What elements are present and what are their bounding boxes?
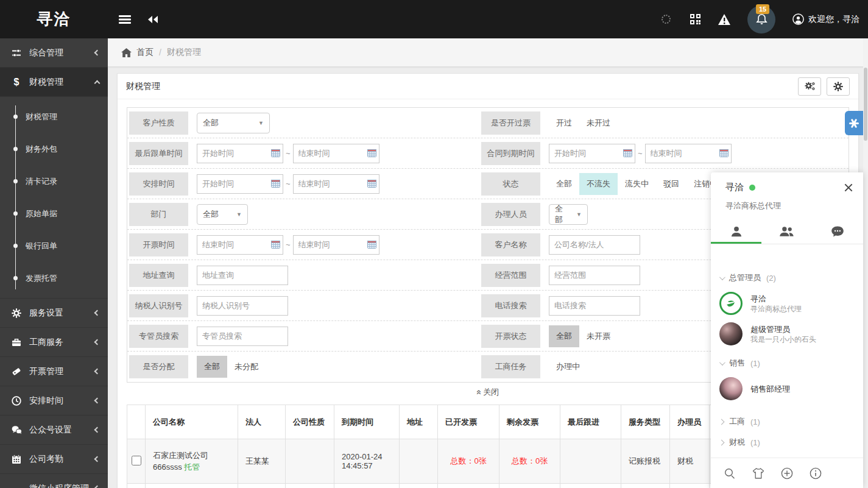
filter-label-customer-name: 客户名称 xyxy=(481,233,540,256)
cell-last-follow xyxy=(560,439,621,484)
warning-icon[interactable] xyxy=(718,13,730,26)
handler-select[interactable]: 全部▼ xyxy=(549,204,588,225)
row-checkbox[interactable] xyxy=(132,456,141,465)
col-last-follow: 最后跟进 xyxy=(560,405,621,439)
chat-subtitle: 寻洽商标总代理 xyxy=(711,194,863,219)
calendar-icon[interactable] xyxy=(271,149,280,160)
option-task-in-progress[interactable]: 办理中 xyxy=(549,356,587,378)
close-icon[interactable] xyxy=(844,183,853,193)
submenu-item-invoice-custody[interactable]: 发票托管 xyxy=(0,262,108,294)
sidebar-item-finance-tax[interactable]: $ 财税管理 xyxy=(0,68,108,97)
scrollbar-thumb[interactable] xyxy=(864,68,867,141)
people-icon xyxy=(779,225,795,238)
option-invoiced-yes[interactable]: 开过 xyxy=(549,112,579,134)
top-bar: 寻洽 15 欢迎您，寻洽 xyxy=(0,0,868,38)
chevron-left-icon xyxy=(94,310,101,316)
option-status-rejected[interactable]: 驳回 xyxy=(656,173,686,195)
contact-item[interactable]: 超级管理员 我是一只小小的石头 xyxy=(711,319,863,349)
filter-label-status: 状态 xyxy=(481,172,540,196)
cell-service-type: 记账报税 xyxy=(621,439,670,484)
chevron-left-icon xyxy=(94,427,101,433)
breadcrumb-current: 财税管理 xyxy=(167,47,201,58)
phone-search-input[interactable] xyxy=(549,296,640,316)
sidebar-item-attendance[interactable]: 公司考勤 xyxy=(0,445,108,474)
option-invoice-status-none[interactable]: 未开票 xyxy=(579,325,618,347)
tab-groups[interactable] xyxy=(761,219,812,244)
chevron-left-icon xyxy=(94,456,101,462)
option-invoiced-no[interactable]: 未开过 xyxy=(579,112,618,134)
invoice-end-date-input[interactable] xyxy=(293,235,379,255)
department-select[interactable]: 全部▼ xyxy=(197,204,248,225)
address-search-input[interactable] xyxy=(197,266,288,285)
sidebar-item-schedule-time[interactable]: 安排时间 xyxy=(0,386,108,416)
calendar-icon[interactable] xyxy=(719,149,729,160)
contact-item[interactable]: 销售部经理 xyxy=(711,373,863,404)
group-sales[interactable]: 销售 (1) xyxy=(711,353,863,373)
option-assigned-all[interactable]: 全部 xyxy=(197,356,227,378)
sidebar-item-service-settings[interactable]: 服务设置 xyxy=(0,299,108,328)
filter-label-department: 部门 xyxy=(129,203,188,226)
supervisor-search-input[interactable] xyxy=(197,327,288,346)
option-status-losing[interactable]: 流失中 xyxy=(618,173,656,195)
avatar xyxy=(719,322,743,345)
hamburger-menu-icon[interactable] xyxy=(119,13,131,26)
qr-code-icon[interactable] xyxy=(689,13,701,26)
submenu-item-finance-tax[interactable]: 财税管理 xyxy=(0,101,108,133)
taxpayer-id-input[interactable] xyxy=(197,296,288,316)
settings-button[interactable] xyxy=(827,77,850,96)
shirt-icon[interactable] xyxy=(752,467,765,480)
option-unassigned[interactable]: 未分配 xyxy=(227,356,266,378)
submenu-item-original-documents[interactable]: 原始单据 xyxy=(0,197,108,230)
notifications-bell[interactable]: 15 xyxy=(747,5,775,34)
group-finance[interactable]: 财税 (1) xyxy=(711,432,863,453)
group-admins[interactable]: 总管理员 (2) xyxy=(711,267,863,288)
customer-name-input[interactable] xyxy=(549,235,640,255)
floating-service-button[interactable] xyxy=(845,111,863,135)
calendar-icon[interactable] xyxy=(623,149,632,160)
collapse-sidebar-icon[interactable] xyxy=(147,13,159,26)
contract-start-date-input[interactable] xyxy=(549,144,635,163)
sidebar-item-invoicing-management[interactable]: 开票管理 xyxy=(0,357,108,386)
contract-end-date-input[interactable] xyxy=(645,144,732,163)
calendar-icon[interactable] xyxy=(367,149,376,160)
sidebar-item-official-account[interactable]: 公众号设置 xyxy=(0,416,108,445)
user-menu[interactable]: 欢迎您，寻洽 xyxy=(792,13,859,25)
follow-end-date-input[interactable] xyxy=(293,144,379,163)
calendar-icon[interactable] xyxy=(271,179,280,190)
calendar-icon[interactable] xyxy=(271,240,280,251)
sidebar-item-general-management[interactable]: 综合管理 xyxy=(0,38,108,68)
calendar-icon[interactable] xyxy=(367,240,376,251)
search-icon[interactable] xyxy=(723,467,736,480)
group-invoicing[interactable]: 开票 (1) xyxy=(711,453,863,456)
submenu-item-finance-outsourcing[interactable]: 财务外包 xyxy=(0,133,108,165)
group-business[interactable]: 工商 (1) xyxy=(711,411,863,432)
breadcrumb-home-link[interactable]: 首页 xyxy=(121,47,153,58)
customer-nature-select[interactable]: 全部▼ xyxy=(197,113,270,133)
submenu-item-bank-receipts[interactable]: 银行回单 xyxy=(0,230,108,262)
chat-panel: 寻洽 寻洽商标总代理 总管理员 (2) 寻洽 寻洽商标总代理 xyxy=(711,172,863,488)
schedule-start-date-input[interactable] xyxy=(197,174,283,194)
clock-icon xyxy=(11,395,22,406)
calendar-icon[interactable] xyxy=(367,179,376,190)
column-settings-button[interactable] xyxy=(798,77,821,96)
invoice-start-date-input[interactable] xyxy=(197,235,283,255)
submenu-item-card-clearing[interactable]: 清卡记录 xyxy=(0,165,108,197)
sidebar-item-mini-program[interactable]: 微信小程序管理 xyxy=(0,474,108,488)
tab-messages[interactable] xyxy=(813,219,863,244)
chevron-down-icon xyxy=(719,274,725,280)
filter-label-invoiced-before: 是否开过票 xyxy=(481,111,540,135)
option-status-not-lost[interactable]: 不流失 xyxy=(579,173,618,195)
follow-start-date-input[interactable] xyxy=(197,144,283,163)
page-scrollbar[interactable] xyxy=(863,38,868,488)
tab-contacts[interactable] xyxy=(711,219,761,244)
info-icon[interactable] xyxy=(809,467,822,480)
sidebar-item-label: 财税管理 xyxy=(29,77,63,88)
sidebar-item-business-services[interactable]: 工商服务 xyxy=(0,328,108,357)
contact-item[interactable]: 寻洽 寻洽商标总代理 xyxy=(711,288,863,319)
option-invoice-status-all[interactable]: 全部 xyxy=(549,325,579,347)
chevron-left-icon xyxy=(94,486,101,488)
business-scope-input[interactable] xyxy=(549,266,640,285)
add-icon[interactable] xyxy=(780,467,794,480)
option-status-all[interactable]: 全部 xyxy=(549,173,579,195)
schedule-end-date-input[interactable] xyxy=(293,174,379,194)
